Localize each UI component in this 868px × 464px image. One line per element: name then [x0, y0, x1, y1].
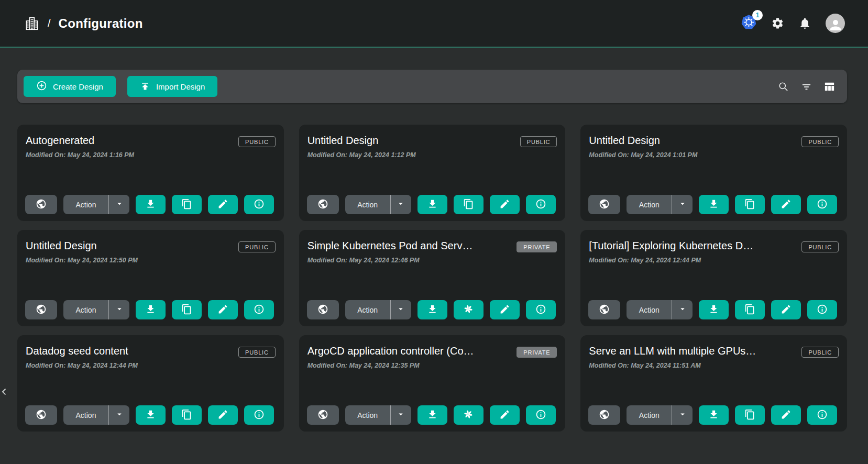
download-button[interactable] — [417, 195, 447, 214]
kubernetes-context-button[interactable]: 1 — [741, 14, 757, 32]
search-icon[interactable] — [777, 81, 789, 93]
caret-down-icon — [396, 199, 405, 211]
org-icon[interactable] — [24, 16, 40, 31]
info-button[interactable] — [526, 195, 556, 214]
action-split-button[interactable]: Action — [345, 300, 411, 319]
edit-button[interactable] — [490, 300, 520, 319]
card-action-bar: Action — [307, 195, 558, 214]
edit-button[interactable] — [208, 405, 238, 425]
action-button-label[interactable]: Action — [627, 405, 672, 425]
action-button-label[interactable]: Action — [63, 405, 108, 425]
info-icon — [817, 304, 828, 316]
sidebar-collapse-chevron[interactable] — [0, 385, 12, 401]
action-split-button[interactable]: Action — [627, 405, 693, 425]
download-button[interactable] — [136, 195, 166, 214]
modified-on: Modified On: May 24, 2024 12:44 PM — [589, 257, 839, 264]
action-button-label[interactable]: Action — [345, 300, 390, 319]
modified-on: Modified On: May 24, 2024 1:12 PM — [307, 151, 557, 159]
action-split-button[interactable]: Action — [345, 405, 411, 425]
edit-button[interactable] — [771, 405, 801, 425]
edit-button[interactable] — [771, 300, 801, 319]
modified-on: Modified On: May 24, 2024 12:46 PM — [307, 257, 557, 264]
action-button-label[interactable]: Action — [627, 195, 672, 214]
download-button[interactable] — [417, 300, 447, 319]
design-title: Serve an LLM with multiple GPUs… — [589, 345, 789, 357]
action-dropdown-caret[interactable] — [108, 195, 129, 214]
info-button[interactable] — [807, 405, 837, 425]
visibility-globe-button[interactable] — [307, 195, 339, 214]
action-split-button[interactable]: Action — [627, 195, 693, 214]
action-dropdown-caret[interactable] — [108, 300, 129, 319]
download-button[interactable] — [136, 405, 166, 425]
action-button-label[interactable]: Action — [63, 300, 108, 319]
action-dropdown-caret[interactable] — [390, 195, 411, 214]
action-dropdown-caret[interactable] — [672, 405, 693, 425]
filter-icon[interactable] — [800, 81, 812, 93]
visibility-globe-button[interactable] — [307, 300, 339, 319]
download-button[interactable] — [136, 300, 166, 319]
info-button[interactable] — [526, 405, 556, 425]
clone-button[interactable] — [735, 300, 765, 319]
action-split-button[interactable]: Action — [63, 300, 129, 319]
clone-button[interactable] — [454, 195, 484, 214]
action-dropdown-caret[interactable] — [672, 195, 693, 214]
settings-icon[interactable] — [771, 17, 784, 30]
clone-button[interactable] — [172, 300, 202, 319]
visibility-globe-button[interactable] — [588, 300, 620, 319]
avatar[interactable] — [826, 14, 845, 33]
action-dropdown-caret[interactable] — [390, 405, 411, 425]
clone-button[interactable] — [454, 300, 484, 319]
design-card: ArgoCD application controller (Co… PRIVA… — [299, 335, 566, 432]
visibility-globe-button[interactable] — [25, 195, 57, 214]
action-button-label[interactable]: Action — [345, 405, 390, 425]
visibility-badge: PUBLIC — [238, 241, 276, 252]
visibility-globe-button[interactable] — [25, 300, 57, 319]
design-card: Serve an LLM with multiple GPUs… PUBLIC … — [580, 335, 847, 432]
info-icon — [817, 198, 828, 211]
edit-button[interactable] — [490, 195, 520, 214]
action-split-button[interactable]: Action — [63, 405, 129, 425]
download-button[interactable] — [417, 405, 447, 425]
info-button[interactable] — [244, 195, 274, 214]
download-button[interactable] — [699, 405, 729, 425]
edit-button[interactable] — [208, 300, 238, 319]
info-button[interactable] — [526, 300, 556, 319]
visibility-globe-button[interactable] — [307, 405, 339, 425]
info-button[interactable] — [807, 300, 837, 319]
action-dropdown-caret[interactable] — [390, 300, 411, 319]
design-title: [Tutorial] Exploring Kubernetes D… — [589, 239, 789, 252]
visibility-badge: PUBLIC — [801, 136, 839, 147]
visibility-globe-button[interactable] — [588, 195, 620, 214]
visibility-globe-button[interactable] — [25, 405, 57, 425]
clone-button[interactable] — [172, 195, 202, 214]
edit-button[interactable] — [208, 195, 238, 214]
modified-on: Modified On: May 24, 2024 1:01 PM — [589, 151, 839, 159]
visibility-badge: PRIVATE — [517, 347, 557, 358]
action-button-label[interactable]: Action — [627, 300, 672, 319]
download-button[interactable] — [699, 300, 729, 319]
action-dropdown-caret[interactable] — [672, 300, 693, 319]
action-dropdown-caret[interactable] — [108, 405, 129, 425]
visibility-globe-button[interactable] — [588, 405, 620, 425]
info-button[interactable] — [807, 195, 837, 214]
edit-button[interactable] — [490, 405, 520, 425]
clone-button[interactable] — [454, 405, 484, 425]
action-button-label[interactable]: Action — [345, 195, 390, 214]
download-button[interactable] — [699, 195, 729, 214]
clone-button[interactable] — [172, 405, 202, 425]
action-split-button[interactable]: Action — [63, 195, 129, 214]
globe-icon — [317, 409, 328, 422]
action-split-button[interactable]: Action — [627, 300, 693, 319]
create-design-button[interactable]: Create Design — [24, 76, 116, 97]
import-design-button[interactable]: Import Design — [127, 76, 217, 97]
edit-button[interactable] — [771, 195, 801, 214]
clone-button[interactable] — [735, 405, 765, 425]
info-button[interactable] — [244, 405, 274, 425]
clone-button[interactable] — [735, 195, 765, 214]
notifications-icon[interactable] — [798, 17, 811, 30]
table-view-icon[interactable] — [823, 81, 836, 93]
action-split-button[interactable]: Action — [345, 195, 411, 214]
caret-down-icon — [678, 410, 687, 421]
info-button[interactable] — [244, 300, 274, 319]
action-button-label[interactable]: Action — [63, 195, 108, 214]
